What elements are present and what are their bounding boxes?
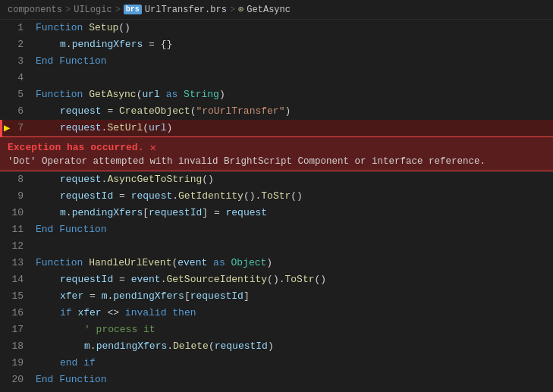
exception-title-text: Exception has occurred.: [8, 142, 143, 153]
code-line: 11End Function: [0, 221, 553, 238]
line-number: 9: [2, 188, 33, 205]
line-content: request = CreateObject("roUrlTransfer"): [33, 103, 291, 120]
line-content: Function HandleUrlEvent(event as Object): [33, 255, 272, 271]
exception-close-button[interactable]: ✕: [149, 141, 156, 154]
function-icon: ⊙: [238, 4, 244, 15]
breadcrumb-sep1: >: [65, 5, 71, 15]
line-content: xfer = m.pendingXfers[requestId]: [33, 288, 250, 305]
line-content: request.AsyncGetToString(): [33, 171, 214, 188]
line-number: 4: [2, 70, 33, 86]
code-line: 14requestId = event.GetSourceIdentity().…: [0, 271, 553, 288]
line-content: End Function: [33, 372, 107, 388]
line-number: 20: [2, 372, 33, 388]
code-line: 15xfer = m.pendingXfers[requestId]: [0, 288, 553, 305]
line-content: Function GetAsync(url as String): [33, 86, 225, 103]
line-content: m.pendingXfers.Delete(requestId): [33, 338, 274, 355]
line-content: request.SetUrl(url): [33, 120, 172, 136]
code-line: 6request = CreateObject("roUrlTransfer"): [0, 103, 553, 120]
code-line: 13Function HandleUrlEvent(event as Objec…: [0, 255, 553, 271]
code-line: 17' process it: [0, 321, 553, 338]
line-number: 10: [2, 205, 33, 221]
code-line: 10m.pendingXfers[requestId] = request: [0, 205, 553, 221]
line-number: 16: [2, 305, 33, 321]
code-line: 4: [0, 70, 553, 86]
code-line: 16if xfer <> invalid then: [0, 305, 553, 321]
line-content: end if: [33, 355, 96, 372]
line-content: if xfer <> invalid then: [33, 305, 196, 321]
line-content: m.pendingXfers[requestId] = request: [33, 205, 267, 221]
line-number: 1: [2, 20, 33, 36]
line-content: Function Setup(): [33, 20, 130, 36]
line-content: End Function: [33, 221, 107, 238]
breadcrumb-sep2: >: [115, 5, 121, 15]
code-line: 18m.pendingXfers.Delete(requestId): [0, 338, 553, 355]
breadcrumb-brs-badge: brs: [124, 5, 142, 14]
line-number: 11: [2, 221, 33, 238]
breadcrumb-part4[interactable]: GetAsync: [247, 5, 291, 15]
code-line: 2m.pendingXfers = {}: [0, 36, 553, 53]
line-number: 5: [2, 86, 33, 103]
line-number: 17: [2, 321, 33, 338]
line-content: ' process it: [33, 321, 156, 338]
line-number: 3: [2, 53, 33, 70]
line-number: 19: [2, 355, 33, 372]
code-line: ▶7request.SetUrl(url): [0, 120, 553, 136]
code-line: 1Function Setup(): [0, 20, 553, 36]
line-content: End Function: [33, 53, 107, 70]
exception-message: 'Dot' Operator attempted with invalid Br…: [8, 156, 545, 167]
line-content: m.pendingXfers = {}: [33, 36, 172, 53]
line-content: requestId = request.GetIdentity().ToStr(…: [33, 188, 303, 205]
line-number: 14: [2, 271, 33, 288]
line-number: 6: [2, 103, 33, 120]
line-content: requestId = event.GetSourceIdentity().To…: [33, 271, 326, 288]
code-editor-bottom: 8request.AsyncGetToString()9requestId = …: [0, 171, 553, 388]
code-line: 12: [0, 238, 553, 255]
breadcrumb: components > UILogic > brs UrlTransfer.b…: [0, 0, 553, 20]
code-line: 3End Function: [0, 53, 553, 70]
line-number: 13: [2, 255, 33, 271]
debug-arrow-icon: ▶: [4, 120, 10, 136]
line-number: 18: [2, 338, 33, 355]
code-line: 8request.AsyncGetToString(): [0, 171, 553, 188]
code-line: 9requestId = request.GetIdentity().ToStr…: [0, 188, 553, 205]
breadcrumb-sep3: >: [230, 5, 235, 15]
line-number: 15: [2, 288, 33, 305]
code-editor-top: 1Function Setup()2m.pendingXfers = {}3En…: [0, 20, 553, 136]
breadcrumb-part3[interactable]: UrlTransfer.brs: [145, 5, 227, 15]
exception-banner: Exception has occurred. ✕ 'Dot' Operator…: [0, 136, 553, 171]
line-number: 12: [2, 238, 33, 255]
line-number: 2: [2, 36, 33, 53]
code-line: 5Function GetAsync(url as String): [0, 86, 553, 103]
line-number: 8: [2, 171, 33, 188]
code-line: 19end if: [0, 355, 553, 372]
breadcrumb-part1[interactable]: components: [8, 5, 62, 15]
exception-title: Exception has occurred. ✕: [8, 141, 545, 154]
breadcrumb-part2[interactable]: UILogic: [74, 5, 112, 15]
code-line: 20End Function: [0, 372, 553, 388]
